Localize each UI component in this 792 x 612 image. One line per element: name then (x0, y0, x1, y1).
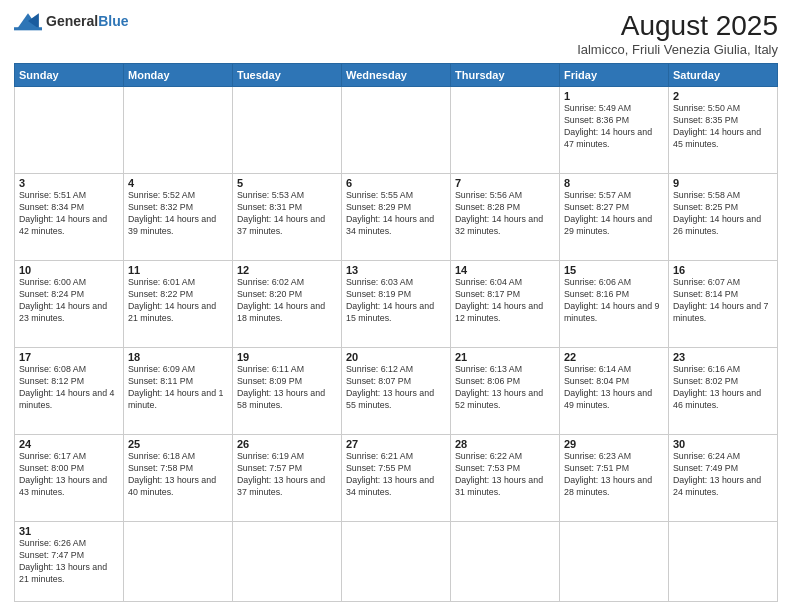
day-number: 7 (455, 177, 555, 189)
day-number: 14 (455, 264, 555, 276)
table-row: 24Sunrise: 6:17 AM Sunset: 8:00 PM Dayli… (15, 435, 124, 522)
day-info: Sunrise: 6:02 AM Sunset: 8:20 PM Dayligh… (237, 277, 337, 325)
day-info: Sunrise: 6:17 AM Sunset: 8:00 PM Dayligh… (19, 451, 119, 499)
table-row: 15Sunrise: 6:06 AM Sunset: 8:16 PM Dayli… (560, 261, 669, 348)
day-info: Sunrise: 5:55 AM Sunset: 8:29 PM Dayligh… (346, 190, 446, 238)
day-info: Sunrise: 5:57 AM Sunset: 8:27 PM Dayligh… (564, 190, 664, 238)
day-number: 2 (673, 90, 773, 102)
table-row: 11Sunrise: 6:01 AM Sunset: 8:22 PM Dayli… (124, 261, 233, 348)
day-info: Sunrise: 6:06 AM Sunset: 8:16 PM Dayligh… (564, 277, 664, 325)
day-info: Sunrise: 6:03 AM Sunset: 8:19 PM Dayligh… (346, 277, 446, 325)
svg-rect-2 (14, 27, 42, 30)
day-info: Sunrise: 6:13 AM Sunset: 8:06 PM Dayligh… (455, 364, 555, 412)
day-info: Sunrise: 6:24 AM Sunset: 7:49 PM Dayligh… (673, 451, 773, 499)
day-info: Sunrise: 6:00 AM Sunset: 8:24 PM Dayligh… (19, 277, 119, 325)
table-row: 13Sunrise: 6:03 AM Sunset: 8:19 PM Dayli… (342, 261, 451, 348)
table-row (233, 87, 342, 174)
table-row: 28Sunrise: 6:22 AM Sunset: 7:53 PM Dayli… (451, 435, 560, 522)
col-friday: Friday (560, 64, 669, 87)
table-row: 25Sunrise: 6:18 AM Sunset: 7:58 PM Dayli… (124, 435, 233, 522)
day-number: 26 (237, 438, 337, 450)
table-row: 19Sunrise: 6:11 AM Sunset: 8:09 PM Dayli… (233, 348, 342, 435)
table-row (451, 522, 560, 602)
col-sunday: Sunday (15, 64, 124, 87)
day-info: Sunrise: 6:01 AM Sunset: 8:22 PM Dayligh… (128, 277, 228, 325)
logo-text: GeneralBlue (46, 13, 128, 29)
day-number: 10 (19, 264, 119, 276)
table-row (15, 87, 124, 174)
day-info: Sunrise: 6:21 AM Sunset: 7:55 PM Dayligh… (346, 451, 446, 499)
day-number: 3 (19, 177, 119, 189)
logo: GeneralBlue (14, 10, 128, 32)
table-row: 2Sunrise: 5:50 AM Sunset: 8:35 PM Daylig… (669, 87, 778, 174)
day-number: 21 (455, 351, 555, 363)
day-info: Sunrise: 6:12 AM Sunset: 8:07 PM Dayligh… (346, 364, 446, 412)
table-row (342, 87, 451, 174)
table-row: 20Sunrise: 6:12 AM Sunset: 8:07 PM Dayli… (342, 348, 451, 435)
table-row: 31Sunrise: 6:26 AM Sunset: 7:47 PM Dayli… (15, 522, 124, 602)
table-row: 4Sunrise: 5:52 AM Sunset: 8:32 PM Daylig… (124, 174, 233, 261)
col-tuesday: Tuesday (233, 64, 342, 87)
day-info: Sunrise: 6:18 AM Sunset: 7:58 PM Dayligh… (128, 451, 228, 499)
day-info: Sunrise: 6:26 AM Sunset: 7:47 PM Dayligh… (19, 538, 119, 586)
table-row: 27Sunrise: 6:21 AM Sunset: 7:55 PM Dayli… (342, 435, 451, 522)
col-saturday: Saturday (669, 64, 778, 87)
table-row (233, 522, 342, 602)
table-row: 12Sunrise: 6:02 AM Sunset: 8:20 PM Dayli… (233, 261, 342, 348)
calendar-table: Sunday Monday Tuesday Wednesday Thursday… (14, 63, 778, 602)
day-info: Sunrise: 5:53 AM Sunset: 8:31 PM Dayligh… (237, 190, 337, 238)
table-row: 6Sunrise: 5:55 AM Sunset: 8:29 PM Daylig… (342, 174, 451, 261)
table-row (342, 522, 451, 602)
day-number: 22 (564, 351, 664, 363)
day-number: 8 (564, 177, 664, 189)
day-number: 30 (673, 438, 773, 450)
table-row: 26Sunrise: 6:19 AM Sunset: 7:57 PM Dayli… (233, 435, 342, 522)
table-row: 16Sunrise: 6:07 AM Sunset: 8:14 PM Dayli… (669, 261, 778, 348)
table-row: 7Sunrise: 5:56 AM Sunset: 8:28 PM Daylig… (451, 174, 560, 261)
day-number: 31 (19, 525, 119, 537)
day-number: 27 (346, 438, 446, 450)
day-number: 24 (19, 438, 119, 450)
table-row: 23Sunrise: 6:16 AM Sunset: 8:02 PM Dayli… (669, 348, 778, 435)
day-number: 29 (564, 438, 664, 450)
table-row (124, 522, 233, 602)
table-row (669, 522, 778, 602)
table-row: 21Sunrise: 6:13 AM Sunset: 8:06 PM Dayli… (451, 348, 560, 435)
table-row: 30Sunrise: 6:24 AM Sunset: 7:49 PM Dayli… (669, 435, 778, 522)
day-info: Sunrise: 6:04 AM Sunset: 8:17 PM Dayligh… (455, 277, 555, 325)
day-number: 13 (346, 264, 446, 276)
day-number: 5 (237, 177, 337, 189)
title-block: August 2025 Ialmicco, Friuli Venezia Giu… (577, 10, 778, 57)
day-info: Sunrise: 5:50 AM Sunset: 8:35 PM Dayligh… (673, 103, 773, 151)
day-number: 20 (346, 351, 446, 363)
col-thursday: Thursday (451, 64, 560, 87)
day-number: 19 (237, 351, 337, 363)
table-row (124, 87, 233, 174)
day-number: 11 (128, 264, 228, 276)
col-wednesday: Wednesday (342, 64, 451, 87)
subtitle: Ialmicco, Friuli Venezia Giulia, Italy (577, 42, 778, 57)
day-info: Sunrise: 6:19 AM Sunset: 7:57 PM Dayligh… (237, 451, 337, 499)
day-info: Sunrise: 5:56 AM Sunset: 8:28 PM Dayligh… (455, 190, 555, 238)
day-info: Sunrise: 6:11 AM Sunset: 8:09 PM Dayligh… (237, 364, 337, 412)
day-number: 15 (564, 264, 664, 276)
day-info: Sunrise: 6:07 AM Sunset: 8:14 PM Dayligh… (673, 277, 773, 325)
calendar-header-row: Sunday Monday Tuesday Wednesday Thursday… (15, 64, 778, 87)
day-number: 16 (673, 264, 773, 276)
day-info: Sunrise: 5:52 AM Sunset: 8:32 PM Dayligh… (128, 190, 228, 238)
table-row: 29Sunrise: 6:23 AM Sunset: 7:51 PM Dayli… (560, 435, 669, 522)
day-number: 25 (128, 438, 228, 450)
day-info: Sunrise: 6:22 AM Sunset: 7:53 PM Dayligh… (455, 451, 555, 499)
day-info: Sunrise: 6:16 AM Sunset: 8:02 PM Dayligh… (673, 364, 773, 412)
table-row: 5Sunrise: 5:53 AM Sunset: 8:31 PM Daylig… (233, 174, 342, 261)
table-row (560, 522, 669, 602)
table-row: 14Sunrise: 6:04 AM Sunset: 8:17 PM Dayli… (451, 261, 560, 348)
table-row: 18Sunrise: 6:09 AM Sunset: 8:11 PM Dayli… (124, 348, 233, 435)
header: GeneralBlue August 2025 Ialmicco, Friuli… (14, 10, 778, 57)
day-info: Sunrise: 6:09 AM Sunset: 8:11 PM Dayligh… (128, 364, 228, 412)
table-row: 1Sunrise: 5:49 AM Sunset: 8:36 PM Daylig… (560, 87, 669, 174)
table-row: 3Sunrise: 5:51 AM Sunset: 8:34 PM Daylig… (15, 174, 124, 261)
day-number: 9 (673, 177, 773, 189)
day-number: 17 (19, 351, 119, 363)
day-number: 23 (673, 351, 773, 363)
